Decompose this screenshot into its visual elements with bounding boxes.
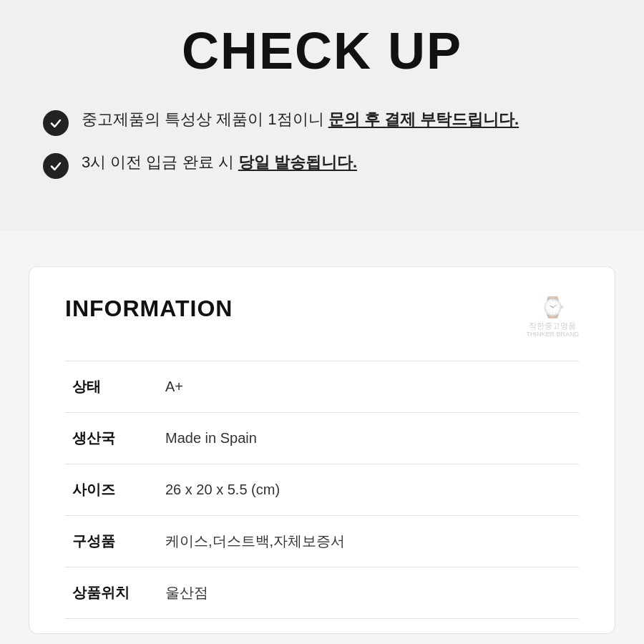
table-value: 26 x 20 x 5.5 (cm)	[158, 464, 579, 515]
watch-icon: ⌚	[540, 296, 565, 319]
top-section: CHECK UP 중고제품의 특성상 제품이 1점이니 문의 후 결제 부탁드립…	[0, 0, 644, 230]
checklist-item-text-2: 3시 이전 입금 완료 시 당일 발송됩니다.	[82, 152, 357, 174]
brand-name-text: 착한중고명품 THINKER BRAND	[526, 321, 579, 339]
table-value: 케이스,더스트백,자체보증서	[158, 515, 579, 567]
table-row: 구성품 케이스,더스트백,자체보증서	[65, 515, 579, 567]
checkmark-icon-2	[43, 153, 69, 179]
list-item: 중고제품의 특성상 제품이 1점이니 문의 후 결제 부탁드립니다.	[43, 109, 601, 136]
page-title: CHECK UP	[43, 21, 601, 80]
info-card-header: INFORMATION ⌚ 착한중고명품 THINKER BRAND	[65, 296, 579, 339]
brand-logo: ⌚ 착한중고명품 THINKER BRAND	[526, 296, 579, 339]
table-value: 울산점	[158, 567, 579, 618]
table-row: 생산국 Made in Spain	[65, 412, 579, 464]
checklist: 중고제품의 특성상 제품이 1점이니 문의 후 결제 부탁드립니다. 3시 이전…	[43, 109, 601, 179]
info-card: INFORMATION ⌚ 착한중고명품 THINKER BRAND 상태 A+…	[29, 266, 615, 634]
table-label: 생산국	[65, 412, 158, 464]
table-label: 구성품	[65, 515, 158, 567]
checklist-item-highlight-1: 문의 후 결제 부탁드립니다.	[328, 110, 519, 128]
list-item: 3시 이전 입금 완료 시 당일 발송됩니다.	[43, 152, 601, 179]
table-row: 상태 A+	[65, 361, 579, 412]
table-value: Made in Spain	[158, 412, 579, 464]
bottom-section: INFORMATION ⌚ 착한중고명품 THINKER BRAND 상태 A+…	[0, 230, 644, 644]
checkmark-icon	[43, 110, 69, 136]
table-label: 상품위치	[65, 567, 158, 618]
table-value: A+	[158, 361, 579, 412]
table-label: 상태	[65, 361, 158, 412]
checklist-item-text-1: 중고제품의 특성상 제품이 1점이니 문의 후 결제 부탁드립니다.	[82, 109, 519, 131]
checklist-item-highlight-2: 당일 발송됩니다.	[238, 153, 357, 171]
table-row: 사이즈 26 x 20 x 5.5 (cm)	[65, 464, 579, 515]
table-label: 사이즈	[65, 464, 158, 515]
table-row: 상품위치 울산점	[65, 567, 579, 618]
info-section-title: INFORMATION	[65, 296, 233, 322]
info-table: 상태 A+ 생산국 Made in Spain 사이즈 26 x 20 x 5.…	[65, 361, 579, 619]
